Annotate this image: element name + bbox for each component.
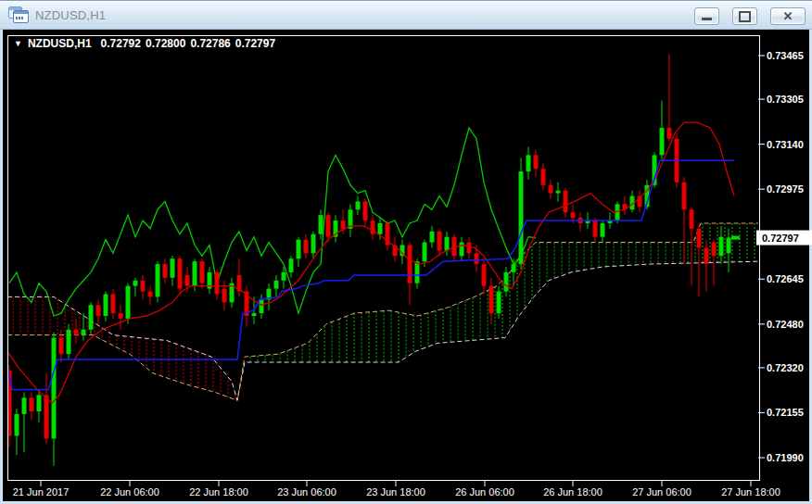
price-axis-label: 0.72480: [767, 319, 804, 330]
time-axis-label: 23 Jun 06:00: [277, 486, 336, 498]
chart-info-bar[interactable]: ▼NZDUSD,H10.727920.728000.727860.72797: [14, 37, 280, 50]
current-price-tag: 0.72797: [756, 231, 812, 246]
window-controls: ✕: [694, 7, 806, 25]
maximize-icon: [739, 11, 751, 22]
chart-background: [3, 30, 809, 501]
maximize-button[interactable]: [732, 7, 757, 25]
low-value: 0.72786: [190, 37, 230, 50]
last-price-marker: [731, 236, 740, 240]
chart-window-icon: [8, 6, 29, 23]
price-axis-label: 0.72155: [767, 407, 804, 418]
minimize-icon: [702, 18, 712, 20]
time-axis-label: 27 Jun 18:00: [721, 486, 780, 498]
time-axis-label: 27 Jun 06:00: [632, 486, 691, 498]
symbol-dropdown-icon[interactable]: ▼: [14, 39, 22, 48]
window-title: NZDUSD,H1: [35, 8, 106, 22]
high-value: 0.72800: [146, 37, 185, 50]
price-axis-label: 0.72645: [767, 273, 804, 284]
time-axis-label: 26 Jun 06:00: [455, 486, 514, 498]
time-axis-label: 21 Jun 2017: [13, 486, 70, 498]
price-axis-label: 0.73465: [767, 50, 804, 61]
price-axis-label: 0.73140: [767, 139, 804, 150]
price-axis-label: 0.72975: [767, 183, 804, 195]
bull-candle: [126, 284, 131, 324]
price-chart-canvas[interactable]: 0.734650.733050.731400.729750.728100.726…: [0, 1, 812, 504]
bull-candle: [519, 158, 524, 270]
price-axis-label: 0.73305: [767, 94, 804, 105]
close-value: 0.72797: [235, 37, 275, 50]
close-button[interactable]: ✕: [770, 7, 806, 25]
minimize-button[interactable]: [694, 7, 719, 25]
current-price-text: 0.72797: [762, 233, 799, 244]
bull-candle: [156, 261, 160, 302]
open-value: 0.72792: [101, 37, 141, 50]
symbol-timeframe-label: NZDUSD,H1: [28, 37, 92, 50]
mt4-chart-window: { "window": { "title": "NZDUSD,H1", "ico…: [0, 0, 812, 504]
time-axis-label: 23 Jun 18:00: [366, 486, 425, 498]
close-icon: ✕: [783, 10, 793, 22]
time-axis-label: 26 Jun 18:00: [543, 486, 603, 498]
price-axis-label: 0.71990: [767, 452, 804, 463]
price-axis-label: 0.72320: [767, 362, 804, 373]
window-titlebar[interactable]: NZDUSD,H1: [0, 1, 812, 30]
bear-candle: [178, 256, 183, 294]
time-axis-label: 22 Jun 06:00: [100, 486, 159, 498]
time-axis-label: 22 Jun 18:00: [189, 486, 248, 498]
